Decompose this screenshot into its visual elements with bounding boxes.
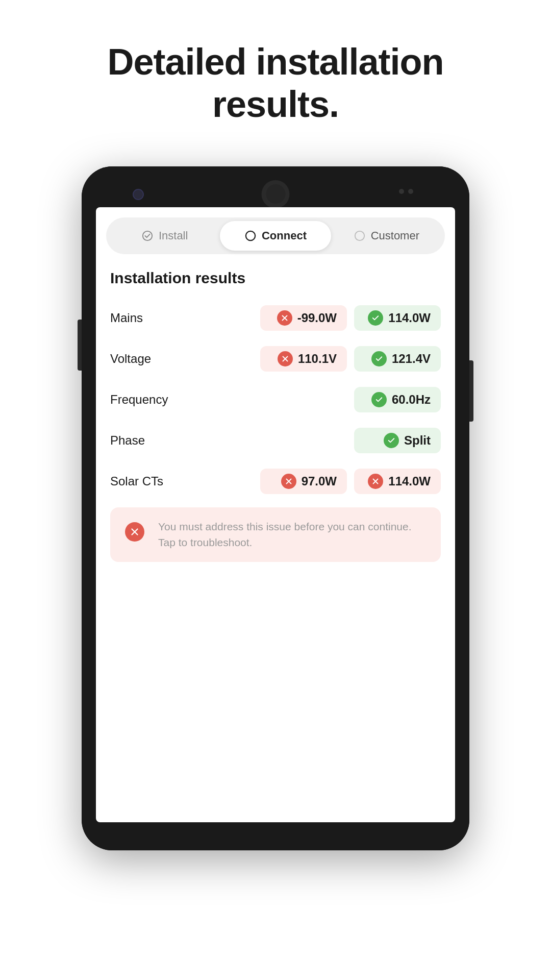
result-row-voltage: Voltage 110.1V: [110, 343, 441, 375]
voltage-success-value: 121.4V: [392, 352, 431, 366]
mains-error-value: -99.0W: [297, 311, 337, 325]
voltage-chip-error: 110.1V: [260, 346, 347, 372]
error-icon-solar-1: [281, 474, 296, 489]
solar-cts-chip-error-1: 97.0W: [260, 469, 347, 494]
tab-bar: Install Connect: [106, 217, 445, 254]
check-circle-icon: [141, 230, 154, 242]
frequency-chip-success: 60.0Hz: [354, 387, 441, 412]
mains-chip-success: 114.0W: [354, 305, 441, 331]
warning-box[interactable]: You must address this issue before you c…: [110, 507, 441, 562]
error-icon-mains-1: [277, 310, 292, 326]
success-icon-phase: [384, 433, 399, 448]
phone-speaker: [262, 180, 290, 208]
voltage-error-value: 110.1V: [298, 352, 337, 366]
mains-success-value: 114.0W: [388, 311, 431, 325]
screen-content: Install Connect: [96, 207, 455, 822]
circle-icon: [244, 230, 257, 242]
circle-empty-icon: [354, 230, 366, 242]
tab-customer[interactable]: Customer: [331, 221, 442, 251]
phone-speaker-dots: [266, 184, 285, 204]
phase-label: Phase: [110, 433, 202, 448]
led-dot-2: [408, 189, 413, 194]
warning-line1: You must address this issue before you c…: [158, 521, 412, 532]
solar-cts-error-value-1: 97.0W: [302, 474, 337, 488]
mains-chip-error: -99.0W: [260, 305, 347, 331]
tab-connect-label: Connect: [262, 229, 307, 242]
svg-point-1: [246, 231, 255, 240]
svg-point-0: [143, 231, 152, 240]
success-icon-mains: [368, 310, 383, 326]
success-icon-voltage: [371, 351, 387, 366]
phone-side-right: [469, 360, 473, 422]
frequency-success-value: 60.0Hz: [392, 393, 431, 407]
phase-success-value: Split: [404, 433, 431, 448]
warning-line2: Tap to troubleshoot.: [158, 536, 252, 548]
result-row-phase: Phase Split: [110, 425, 441, 456]
frequency-values: 60.0Hz: [202, 387, 441, 412]
warning-icon: [125, 522, 144, 542]
phase-chip-success: Split: [354, 428, 441, 453]
solar-cts-values: 97.0W 114.0W: [202, 469, 441, 494]
phone-camera: [133, 189, 144, 200]
phone-led: [399, 189, 413, 194]
page-title: Detailed installation results.: [0, 41, 551, 126]
tab-connect[interactable]: Connect: [220, 221, 331, 251]
frequency-label: Frequency: [110, 393, 202, 407]
success-icon-frequency: [371, 392, 387, 407]
solar-cts-chip-error-2: 114.0W: [354, 469, 441, 494]
mains-label: Mains: [110, 311, 202, 325]
voltage-values: 110.1V 121.4V: [202, 346, 441, 372]
phone-shell: Install Connect: [82, 166, 469, 850]
solar-cts-error-value-2: 114.0W: [388, 474, 431, 488]
result-row-frequency: Frequency 60.0Hz: [110, 384, 441, 415]
tab-install[interactable]: Install: [109, 221, 220, 251]
phone-mockup: Install Connect: [82, 166, 469, 850]
main-content: Installation results Mains -99.0W: [96, 254, 455, 822]
tab-install-label: Install: [159, 229, 188, 242]
result-row-mains: Mains -99.0W: [110, 302, 441, 334]
error-icon-voltage-1: [278, 351, 293, 366]
phone-screen: Install Connect: [96, 207, 455, 822]
tab-customer-label: Customer: [371, 229, 419, 242]
voltage-label: Voltage: [110, 352, 202, 366]
section-title: Installation results: [110, 270, 441, 287]
error-icon-solar-2: [368, 474, 383, 489]
result-row-solar-cts: Solar CTs 97.0W: [110, 465, 441, 497]
led-dot-1: [399, 189, 404, 194]
phase-values: Split: [202, 428, 441, 453]
warning-text: You must address this issue before you c…: [158, 519, 412, 551]
solar-cts-label: Solar CTs: [110, 474, 202, 488]
mains-values: -99.0W 114.0W: [202, 305, 441, 331]
voltage-chip-success: 121.4V: [354, 346, 441, 372]
warning-icon-wrap: [121, 519, 148, 545]
svg-point-2: [355, 231, 364, 240]
phone-side-left: [78, 320, 82, 371]
